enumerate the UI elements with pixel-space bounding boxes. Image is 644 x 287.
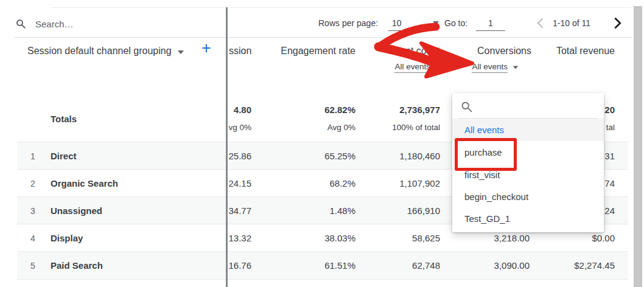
row-index: 2 xyxy=(26,170,40,197)
goto-page-input[interactable] xyxy=(477,18,504,29)
revenue-value-partial: 74 xyxy=(604,170,615,197)
goto-page-label: Go to: xyxy=(444,17,467,29)
add-dimension-button[interactable]: + xyxy=(201,40,211,57)
annotation-highlight-box xyxy=(455,138,517,171)
revenue-value-partial: 31 xyxy=(604,142,615,170)
row-index: 1 xyxy=(26,142,40,170)
channel-name: Paid Search xyxy=(51,252,103,279)
search-icon xyxy=(460,100,473,113)
engagement-rate-value: 61.51% xyxy=(324,252,355,279)
rows-per-page-select[interactable]: 10 xyxy=(388,17,422,31)
event-count-value: 1,180,460 xyxy=(399,142,440,170)
session-value: 24.15 xyxy=(228,170,251,197)
totals-session-value: 4.80 xyxy=(234,105,251,115)
column-header-conversions[interactable]: Conversions xyxy=(477,46,531,57)
vertical-scrollbar[interactable] xyxy=(634,6,642,287)
totals-session-subtext: vg 0% xyxy=(228,123,251,132)
pagination-range: 1-10 of 11 xyxy=(553,17,590,29)
engagement-rate-value: 38.03% xyxy=(324,224,355,252)
session-value: 16.76 xyxy=(228,252,251,279)
totals-engagement-subtext: Avg 0% xyxy=(327,123,355,132)
search-input[interactable] xyxy=(34,18,195,30)
channel-name: Display xyxy=(51,224,83,252)
menu-item-begin-checkout[interactable]: begin_checkout xyxy=(452,185,604,207)
event-count-filter-link[interactable]: All events xyxy=(394,62,430,71)
event-count-value: 166,910 xyxy=(407,197,440,224)
session-value: 13.32 xyxy=(228,224,251,252)
analytics-table-view: Rows per page: 10 Go to: 1-10 of 11 Sess… xyxy=(0,0,644,287)
totals-revenue-value-partial: 20 xyxy=(604,105,615,115)
column-header-total-revenue[interactable]: Total revenue xyxy=(556,46,615,57)
event-count-value: 58,625 xyxy=(412,224,440,252)
session-value: 34.77 xyxy=(228,197,251,224)
column-header-event-count[interactable]: Event count xyxy=(389,46,441,57)
table-search xyxy=(15,16,195,32)
engagement-rate-value: 65.25% xyxy=(324,142,355,170)
rows-per-page-label: Rows per page: xyxy=(318,17,378,29)
row-index: 4 xyxy=(26,224,40,252)
event-count-value: 1,107,902 xyxy=(399,170,440,197)
row-index: 3 xyxy=(26,197,40,224)
row-index: 5 xyxy=(26,252,40,279)
frozen-column-divider xyxy=(226,7,228,287)
conversions-filter-dropdown[interactable]: All events xyxy=(472,62,519,73)
search-icon xyxy=(15,18,26,29)
totals-engagement-value: 62.82% xyxy=(324,105,355,115)
conversions-filter-caret-icon xyxy=(513,66,519,69)
totals-event-count-subtext: 100% of total xyxy=(392,123,440,132)
conversions-value: 3,090.00 xyxy=(494,252,530,279)
totals-label: Totals xyxy=(51,114,77,124)
engagement-rate-value: 68.2% xyxy=(329,170,355,197)
menu-item-test-gd-1[interactable]: Test_GD_1 xyxy=(452,207,604,229)
channel-name: Unassigned xyxy=(51,197,102,224)
totals-revenue-subtext-partial: tal xyxy=(606,123,615,132)
channel-name: Organic Search xyxy=(51,170,118,197)
next-page-button[interactable] xyxy=(612,17,623,29)
totals-event-count-value: 2,736,977 xyxy=(399,105,440,115)
menu-search-field[interactable] xyxy=(460,99,588,114)
dimension-header-label: Session default channel grouping xyxy=(27,46,172,57)
dimension-header-session-default-channel-grouping[interactable]: Session default channel grouping xyxy=(27,46,184,57)
top-border-line xyxy=(51,7,632,8)
dimension-caret-icon xyxy=(178,50,184,54)
revenue-value-partial: 24 xyxy=(604,197,615,224)
column-header-engagement-rate[interactable]: Engagement rate xyxy=(281,46,355,57)
previous-page-button[interactable] xyxy=(534,17,545,29)
channel-name: Direct xyxy=(51,142,77,170)
event-count-value: 62,748 xyxy=(412,252,440,279)
goto-page-field xyxy=(476,17,505,31)
toolbar-separator-line xyxy=(15,37,632,38)
engagement-rate-value: 1.48% xyxy=(329,197,355,224)
table-row: 5 Paid Search 16.76 61.51% 62,748 3,090.… xyxy=(17,251,628,280)
session-value: 25.86 xyxy=(228,142,251,170)
rows-per-page-caret-icon[interactable] xyxy=(433,21,439,25)
revenue-value: $2,274.45 xyxy=(574,252,615,279)
column-header-session-partial[interactable]: ssion xyxy=(229,46,251,57)
